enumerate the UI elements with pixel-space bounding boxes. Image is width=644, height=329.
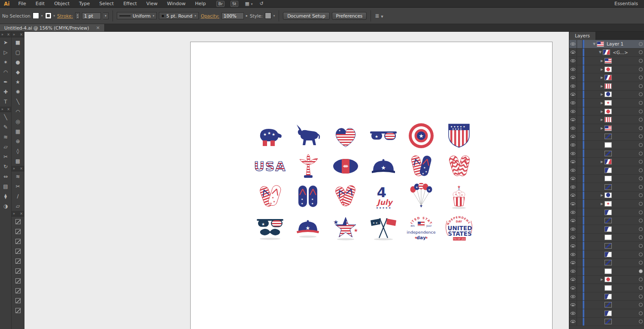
- layer-row[interactable]: [569, 183, 644, 192]
- layer-row[interactable]: ▶: [569, 200, 644, 208]
- target-circle-icon[interactable]: [639, 277, 643, 281]
- visibility-eye-icon[interactable]: [569, 318, 577, 326]
- visibility-eye-icon[interactable]: [569, 183, 577, 191]
- layer-thumbnail[interactable]: [605, 218, 612, 223]
- visibility-eye-icon[interactable]: [569, 166, 577, 174]
- pencil-tool-icon[interactable]: ✎: [0, 122, 11, 132]
- layer-row[interactable]: ▶: [569, 65, 644, 74]
- layer-row[interactable]: [569, 216, 644, 225]
- target-circle-icon[interactable]: [639, 269, 643, 273]
- visibility-eye-icon[interactable]: [569, 65, 577, 73]
- expand-triangle-icon[interactable]: ▶: [599, 118, 605, 122]
- target-circle-icon[interactable]: [639, 101, 643, 105]
- layer-thumbnail[interactable]: [605, 243, 612, 249]
- layer-thumbnail[interactable]: [605, 75, 612, 80]
- layer-thumbnail[interactable]: [605, 142, 612, 148]
- artboard-item-4-icon[interactable]: [12, 246, 24, 256]
- menu-window[interactable]: Window: [162, 0, 190, 8]
- stroke-weight-stepper[interactable]: ▴▾: [75, 12, 80, 19]
- expand-triangle-icon[interactable]: ▶: [599, 193, 605, 197]
- visibility-eye-icon[interactable]: [569, 292, 577, 301]
- menu-object[interactable]: Object: [49, 0, 74, 8]
- layer-thumbnail[interactable]: [605, 109, 612, 114]
- art-crossed-flags[interactable]: ★ ★: [365, 211, 402, 244]
- expand-triangle-icon[interactable]: ▶: [599, 110, 605, 113]
- add-anchor-tool-icon[interactable]: ✚: [0, 87, 11, 97]
- arc-tool-icon[interactable]: ◠: [12, 107, 24, 116]
- target-circle-icon[interactable]: [639, 76, 643, 79]
- layer-row[interactable]: [569, 318, 644, 326]
- layer-thumbnail[interactable]: [605, 184, 612, 190]
- panel-collapse-header[interactable]: »×: [0, 107, 11, 112]
- direct-selection-tool-icon[interactable]: ▷: [0, 47, 11, 57]
- lock-cell[interactable]: [577, 158, 583, 166]
- layers-panel-tab[interactable]: Layers: [569, 32, 596, 40]
- menu-view[interactable]: View: [142, 0, 162, 8]
- lock-cell[interactable]: [577, 124, 583, 132]
- art-star-cap[interactable]: ★: [365, 151, 402, 181]
- layer-thumbnail[interactable]: [605, 83, 612, 89]
- layer-row[interactable]: ▶: [569, 158, 644, 166]
- art-independence-day-badge[interactable]: UNITED STATES 4th JULY independence ★ da…: [402, 211, 440, 244]
- brush-definition-dropdown[interactable]: Uniform▾: [117, 12, 157, 19]
- collapse-arrows-icon[interactable]: »: [1, 107, 3, 111]
- visibility-eye-icon[interactable]: [569, 250, 577, 259]
- target-circle-icon[interactable]: [639, 59, 643, 63]
- visibility-eye-icon[interactable]: [569, 82, 577, 90]
- cs-live-icon[interactable]: ↺: [260, 1, 264, 6]
- spiral-tool-icon[interactable]: ◎: [12, 116, 24, 126]
- target-circle-icon[interactable]: [639, 320, 643, 323]
- blend-tool-icon[interactable]: ◑: [0, 201, 11, 211]
- layer-thumbnail[interactable]: [605, 235, 612, 240]
- selection-tool-icon[interactable]: ➤: [0, 37, 11, 47]
- visibility-eye-icon[interactable]: [569, 99, 577, 107]
- layer-thumbnail[interactable]: [605, 125, 612, 131]
- target-circle-icon[interactable]: [639, 143, 643, 147]
- artboard-item-10-icon[interactable]: [12, 305, 24, 315]
- rect-grid-tool-icon[interactable]: ▦: [12, 126, 24, 136]
- target-circle-icon[interactable]: [639, 202, 643, 206]
- expand-triangle-icon[interactable]: ▶: [599, 277, 605, 281]
- layer-row[interactable]: ▶: [569, 57, 644, 65]
- visibility-eye-icon[interactable]: [569, 49, 577, 57]
- artboard[interactable]: ★ ★ ★: [190, 42, 553, 329]
- lock-cell[interactable]: [577, 234, 583, 242]
- layer-row[interactable]: [569, 309, 644, 318]
- target-circle-icon[interactable]: [639, 152, 643, 155]
- art-republican-elephant[interactable]: ★ ★ ★: [251, 120, 289, 151]
- menu-select[interactable]: Select: [94, 0, 118, 8]
- line-segment-tool-icon[interactable]: ╲: [0, 112, 11, 122]
- target-circle-icon[interactable]: [639, 50, 643, 54]
- visibility-eye-icon[interactable]: [569, 284, 577, 292]
- layer-row[interactable]: [569, 267, 644, 276]
- close-icon[interactable]: ×: [20, 167, 23, 171]
- artboard-item-9-icon[interactable]: [12, 295, 24, 305]
- target-circle-icon[interactable]: [639, 235, 643, 239]
- layer-row[interactable]: [569, 208, 644, 217]
- visibility-eye-icon[interactable]: [569, 267, 577, 275]
- opacity-label[interactable]: Opacity:: [201, 13, 219, 18]
- target-circle-icon[interactable]: [639, 110, 643, 113]
- layer-row[interactable]: ▶: [569, 276, 644, 284]
- layer-row[interactable]: ▶: [569, 82, 644, 91]
- layer-thumbnail[interactable]: [605, 302, 612, 308]
- target-circle-icon[interactable]: [639, 92, 643, 96]
- lock-cell[interactable]: [577, 276, 583, 284]
- visibility-eye-icon[interactable]: [569, 309, 577, 317]
- expand-triangle-icon[interactable]: ▶: [599, 59, 605, 63]
- lock-cell[interactable]: [577, 107, 583, 116]
- art-flag-flip-flops[interactable]: ★ ★ ★: [402, 151, 440, 181]
- visibility-eye-icon[interactable]: [569, 158, 577, 166]
- lock-cell[interactable]: [577, 284, 583, 292]
- lock-cell[interactable]: [577, 250, 583, 259]
- menu-type[interactable]: Type: [74, 0, 94, 8]
- collapse-arrows-icon[interactable]: »: [13, 212, 15, 216]
- lock-cell[interactable]: [577, 91, 583, 99]
- lock-cell[interactable]: [577, 175, 583, 183]
- star-tool-icon[interactable]: ★: [12, 77, 24, 87]
- lock-cell[interactable]: [577, 133, 583, 141]
- stroke-weight-field[interactable]: 1 pt: [82, 12, 101, 19]
- layer-row-layer1[interactable]: ▼ Layer 1: [569, 40, 644, 49]
- menu-help[interactable]: Help: [190, 0, 210, 8]
- layer-thumbnail[interactable]: [605, 117, 612, 122]
